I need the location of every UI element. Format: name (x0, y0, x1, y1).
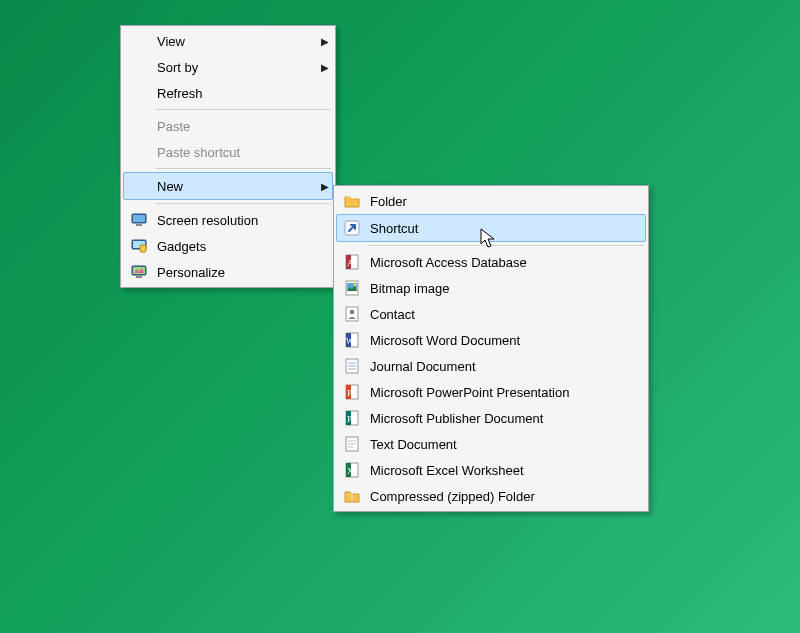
svg-text:W: W (346, 337, 354, 346)
blank-icon (127, 142, 151, 162)
journal-icon (340, 356, 364, 376)
new-item-text[interactable]: Text Document (336, 431, 646, 457)
context-menu-item-view[interactable]: View ▶ (123, 28, 333, 54)
context-menu-item-sort-by[interactable]: Sort by ▶ (123, 54, 333, 80)
new-item-journal[interactable]: Journal Document (336, 353, 646, 379)
menu-item-label: New (157, 179, 315, 194)
menu-item-label: Microsoft Publisher Document (370, 411, 642, 426)
context-menu-item-paste-shortcut: Paste shortcut (123, 139, 333, 165)
svg-rect-2 (136, 224, 142, 226)
submenu-arrow-icon: ▶ (315, 181, 329, 192)
personalize-icon (127, 262, 151, 282)
menu-item-label: Personalize (157, 265, 315, 280)
svg-point-17 (350, 310, 354, 314)
access-icon: A (340, 252, 364, 272)
menu-item-label: Screen resolution (157, 213, 315, 228)
folder-icon (340, 191, 364, 211)
menu-item-label: Contact (370, 307, 642, 322)
contact-icon (340, 304, 364, 324)
menu-item-label: Refresh (157, 86, 315, 101)
new-item-folder[interactable]: Folder (336, 188, 646, 214)
menu-item-label: Folder (370, 194, 642, 209)
svg-text:P: P (347, 388, 352, 398)
context-menu-item-screen-resolution[interactable]: Screen resolution (123, 207, 333, 233)
blank-icon (127, 57, 151, 77)
menu-item-label: Shortcut (370, 221, 642, 236)
bitmap-icon (340, 278, 364, 298)
svg-text:X: X (347, 466, 354, 476)
svg-rect-5 (140, 245, 146, 252)
new-item-contact[interactable]: Contact (336, 301, 646, 327)
blank-icon (127, 31, 151, 51)
context-menu-item-new[interactable]: New ▶ (123, 172, 333, 200)
menu-separator (368, 245, 644, 246)
menu-item-label: Text Document (370, 437, 642, 452)
blank-icon (127, 83, 151, 103)
menu-item-label: Sort by (157, 60, 315, 75)
context-menu-item-gadgets[interactable]: Gadgets (123, 233, 333, 259)
menu-item-label: Microsoft Access Database (370, 255, 642, 270)
new-item-access[interactable]: A Microsoft Access Database (336, 249, 646, 275)
svg-rect-8 (136, 276, 142, 278)
desktop-context-menu: View ▶ Sort by ▶ Refresh Paste Paste sho… (120, 25, 336, 288)
new-item-bitmap[interactable]: Bitmap image (336, 275, 646, 301)
menu-item-label: Compressed (zipped) Folder (370, 489, 642, 504)
menu-item-label: Microsoft Excel Worksheet (370, 463, 642, 478)
context-menu-item-paste: Paste (123, 113, 333, 139)
blank-icon (127, 116, 151, 136)
menu-item-label: Paste shortcut (157, 145, 315, 160)
submenu-arrow-icon: ▶ (315, 62, 329, 73)
context-menu-item-personalize[interactable]: Personalize (123, 259, 333, 285)
menu-separator (155, 168, 331, 169)
menu-item-label: Bitmap image (370, 281, 642, 296)
blank-icon (127, 176, 151, 196)
new-item-excel[interactable]: X Microsoft Excel Worksheet (336, 457, 646, 483)
publisher-icon: P (340, 408, 364, 428)
menu-item-label: Microsoft Word Document (370, 333, 642, 348)
svg-point-15 (354, 284, 357, 287)
context-menu-item-refresh[interactable]: Refresh (123, 80, 333, 106)
gadget-icon (127, 236, 151, 256)
menu-item-label: Gadgets (157, 239, 315, 254)
zip-icon (340, 486, 364, 506)
menu-separator (155, 203, 331, 204)
svg-text:P: P (347, 414, 352, 424)
excel-icon: X (340, 460, 364, 480)
shortcut-icon (340, 218, 364, 238)
svg-text:A: A (347, 258, 354, 268)
menu-item-label: View (157, 34, 315, 49)
powerpoint-icon: P (340, 382, 364, 402)
word-icon: W (340, 330, 364, 350)
menu-separator (155, 109, 331, 110)
new-item-powerpoint[interactable]: P Microsoft PowerPoint Presentation (336, 379, 646, 405)
new-item-zip[interactable]: Compressed (zipped) Folder (336, 483, 646, 509)
new-item-shortcut[interactable]: Shortcut (336, 214, 646, 242)
new-item-publisher[interactable]: P Microsoft Publisher Document (336, 405, 646, 431)
svg-rect-1 (133, 215, 145, 222)
menu-item-label: Microsoft PowerPoint Presentation (370, 385, 642, 400)
new-item-word[interactable]: W Microsoft Word Document (336, 327, 646, 353)
menu-item-label: Paste (157, 119, 315, 134)
submenu-arrow-icon: ▶ (315, 36, 329, 47)
new-submenu: Folder Shortcut A Microsoft Access Datab… (333, 185, 649, 512)
text-icon (340, 434, 364, 454)
menu-item-label: Journal Document (370, 359, 642, 374)
monitor-icon (127, 210, 151, 230)
